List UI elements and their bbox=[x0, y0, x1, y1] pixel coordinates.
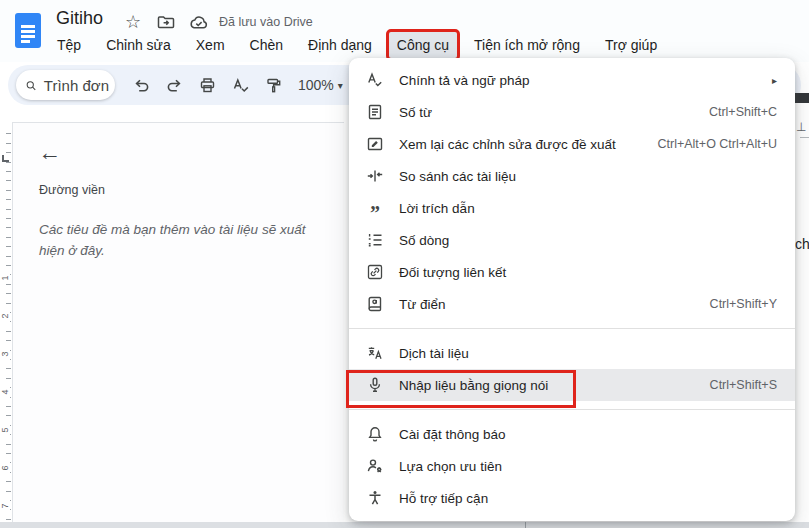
menu-item-dictionary[interactable]: Từ điển Ctrl+Shift+Y bbox=[349, 288, 795, 320]
close-outline-button[interactable]: ← bbox=[38, 141, 61, 164]
canvas-bottom-strip bbox=[0, 522, 809, 528]
cloud-saved-icon[interactable] bbox=[188, 11, 210, 33]
menu-item-linked-objects[interactable]: Đối tượng liên kết bbox=[349, 256, 795, 288]
spellcheck-icon bbox=[366, 71, 384, 89]
redo-icon bbox=[165, 76, 184, 95]
search-icon bbox=[25, 77, 37, 94]
menu-item-spelling-grammar[interactable]: Chính tả và ngữ pháp ▸ bbox=[349, 64, 795, 96]
translate-icon bbox=[366, 344, 384, 362]
menu-item-review-suggested-edits[interactable]: Xem lại các chỉnh sửa được đề xuất Ctrl+… bbox=[349, 128, 795, 160]
zoom-select[interactable]: 100% ▾ bbox=[298, 77, 343, 93]
submenu-arrow-icon: ▸ bbox=[772, 75, 777, 86]
page-top-edge bbox=[800, 137, 809, 138]
menu-item-accessibility[interactable]: Hỗ trợ tiếp cận bbox=[349, 482, 795, 514]
microphone-icon bbox=[366, 376, 384, 394]
print-icon bbox=[198, 76, 217, 95]
document-title[interactable]: Gitiho bbox=[56, 8, 103, 29]
menubar-item-extensions[interactable]: Tiện ích mở rộng bbox=[466, 32, 588, 58]
menubar-item-view[interactable]: Xem bbox=[188, 32, 233, 58]
print-button[interactable] bbox=[194, 72, 220, 98]
ruler-number: 4 bbox=[0, 386, 10, 398]
menubar-item-format[interactable]: Định dạng bbox=[300, 32, 380, 58]
menu-item-citations[interactable]: ” Lời trích dẫn bbox=[349, 192, 795, 224]
citations-icon: ” bbox=[366, 199, 384, 217]
menu-item-translate-document[interactable]: Dịch tài liệu bbox=[349, 337, 795, 369]
zoom-level: 100% bbox=[298, 77, 334, 93]
menubar-item-file[interactable]: Tệp bbox=[49, 32, 89, 58]
notification-bell-icon bbox=[366, 425, 384, 443]
google-docs-logo-icon[interactable] bbox=[15, 13, 41, 48]
search-label: Trình đơn bbox=[44, 77, 109, 94]
ruler-number: 1 bbox=[0, 272, 10, 284]
spellcheck-icon bbox=[231, 76, 250, 95]
ruler-number: 3 bbox=[0, 348, 10, 360]
menu-item-notification-settings[interactable]: Cài đặt thông báo bbox=[349, 418, 795, 450]
menubar-item-help[interactable]: Trợ giúp bbox=[597, 32, 665, 58]
right-indent-marker[interactable]: ⊥ bbox=[796, 120, 806, 134]
vertical-ruler[interactable]: 1 2 3 4 5 6 7 bbox=[0, 125, 12, 522]
saved-status: Đã lưu vào Drive bbox=[219, 15, 313, 29]
menu-item-preferences[interactable]: Lựa chọn ưu tiên bbox=[349, 450, 795, 482]
document-partial-text: ch bbox=[795, 236, 809, 252]
menubar-item-edit[interactable]: Chỉnh sửa bbox=[98, 32, 179, 58]
search-menus-button[interactable]: Trình đơn bbox=[16, 70, 115, 100]
tools-menu: Chính tả và ngữ pháp ▸ Số từ Ctrl+Shift+… bbox=[349, 58, 795, 521]
ruler-number: 6 bbox=[0, 462, 10, 474]
paint-format-icon bbox=[264, 76, 283, 95]
star-icon[interactable]: ☆ bbox=[122, 11, 144, 33]
menubar: Tệp Chỉnh sửa Xem Chèn Định dạng Công cụ… bbox=[49, 32, 674, 58]
menu-item-compare-documents[interactable]: So sánh các tài liệu bbox=[349, 160, 795, 192]
spellcheck-button[interactable] bbox=[227, 72, 253, 98]
menu-item-voice-typing[interactable]: Nhập liệu bằng giọng nói Ctrl+Shift+S bbox=[349, 369, 795, 401]
accessibility-icon bbox=[366, 489, 384, 507]
preferences-icon bbox=[366, 457, 384, 475]
review-edits-icon bbox=[366, 135, 384, 153]
compare-documents-icon bbox=[366, 167, 384, 185]
menu-divider bbox=[349, 328, 795, 329]
dictionary-icon bbox=[366, 295, 384, 313]
paint-format-button[interactable] bbox=[260, 72, 286, 98]
ruler-number: 2 bbox=[0, 310, 10, 322]
zoom-dropdown-caret: ▾ bbox=[338, 80, 343, 91]
menu-item-line-numbers[interactable]: Số dòng bbox=[349, 224, 795, 256]
linked-objects-icon bbox=[366, 263, 384, 281]
ruler-number: 5 bbox=[0, 424, 10, 436]
menu-item-word-count[interactable]: Số từ Ctrl+Shift+C bbox=[349, 96, 795, 128]
menu-divider bbox=[349, 409, 795, 410]
app-header: Gitiho ☆ Đã lưu vào Drive Tệp Chỉnh sửa … bbox=[0, 0, 809, 62]
outline-panel: ← Đường viền Các tiêu đề mà bạn thêm vào… bbox=[12, 122, 344, 522]
ruler-margin-marker[interactable] bbox=[2, 155, 9, 162]
ruler-margin-bar bbox=[795, 93, 809, 103]
line-numbers-icon bbox=[366, 231, 384, 249]
page-edge-line bbox=[525, 522, 526, 528]
undo-icon bbox=[132, 76, 151, 95]
undo-button[interactable] bbox=[128, 72, 154, 98]
outline-empty-hint: Các tiêu đề mà bạn thêm vào tài liệu sẽ … bbox=[39, 220, 307, 262]
outline-panel-title: Đường viền bbox=[39, 183, 105, 197]
word-count-icon bbox=[366, 103, 384, 121]
redo-button[interactable] bbox=[161, 72, 187, 98]
menubar-item-insert[interactable]: Chèn bbox=[242, 32, 291, 58]
ruler-number: 7 bbox=[0, 500, 10, 512]
move-folder-icon[interactable] bbox=[155, 11, 177, 33]
menubar-item-tools[interactable]: Công cụ bbox=[389, 32, 457, 58]
